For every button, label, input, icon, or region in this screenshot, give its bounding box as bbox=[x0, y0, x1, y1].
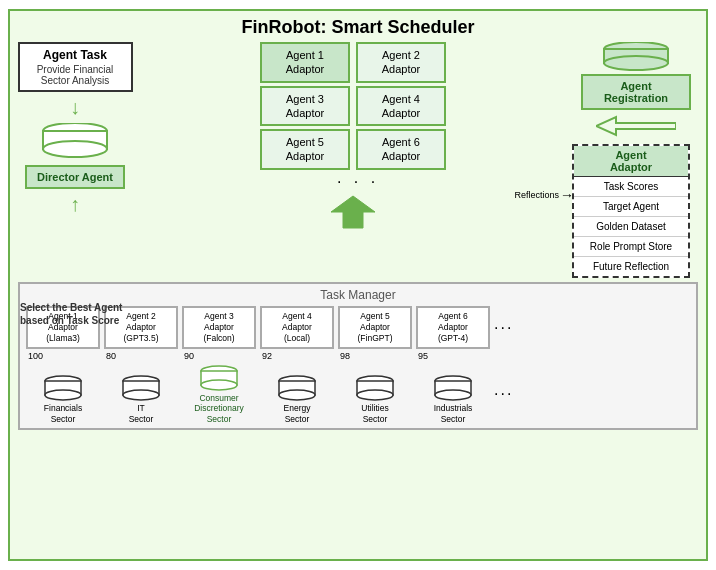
svg-marker-7 bbox=[596, 117, 676, 135]
score-dots bbox=[494, 351, 514, 361]
sector-1: FinancialsSector bbox=[26, 375, 100, 423]
score-1: 100 bbox=[26, 351, 100, 361]
page-title: FinRobot: Smart Scheduler bbox=[10, 11, 706, 42]
sector-5-label: UtilitiesSector bbox=[361, 403, 388, 423]
reflections-area: Reflections → bbox=[514, 187, 574, 203]
sector-2-db-icon bbox=[119, 375, 163, 403]
score-6: 95 bbox=[416, 351, 490, 361]
svg-point-19 bbox=[279, 390, 315, 400]
sector-4-label: EnergySector bbox=[284, 403, 311, 423]
agent-adaptor-title: AgentAdaptor bbox=[574, 146, 688, 177]
sector-2-label: ITSector bbox=[129, 403, 154, 423]
future-reflection-item: Future Reflection bbox=[574, 257, 688, 276]
provide-label: Provide Financial Sector Analysis bbox=[28, 64, 123, 86]
left-arrow-icon bbox=[596, 115, 676, 137]
sector-3: ConsumerDiscretionarySector bbox=[182, 365, 256, 424]
golden-dataset-item: Golden Dataset bbox=[574, 217, 688, 237]
sector-5: UtilitiesSector bbox=[338, 375, 412, 423]
down-arrow-icon: ↓ bbox=[70, 96, 80, 119]
tm-agent-6: Agent 6Adaptor(GPT-4) bbox=[416, 306, 490, 349]
sector-1-label: FinancialsSector bbox=[44, 403, 82, 423]
reflections-label: Reflections bbox=[514, 190, 559, 200]
svg-point-16 bbox=[201, 380, 237, 390]
score-2: 80 bbox=[104, 351, 178, 361]
sector-4: EnergySector bbox=[260, 375, 334, 423]
svg-point-10 bbox=[45, 390, 81, 400]
task-scores-item: Task Scores bbox=[574, 177, 688, 197]
adaptor-dots: · · · bbox=[327, 173, 379, 191]
adaptor-4: Agent 4Adaptor bbox=[356, 86, 446, 127]
sector-3-label: ConsumerDiscretionarySector bbox=[194, 393, 244, 424]
registration-db-icon bbox=[600, 42, 672, 74]
adaptor-1: Agent 1Adaptor bbox=[260, 42, 350, 83]
sector-6-db-icon bbox=[431, 375, 475, 403]
director-db-icon bbox=[39, 123, 111, 159]
director-agent-box: Director Agent bbox=[25, 165, 125, 189]
target-agent-item: Target Agent bbox=[574, 197, 688, 217]
sector-1-db-icon bbox=[41, 375, 85, 403]
svg-point-22 bbox=[357, 390, 393, 400]
tm-agent-5: Agent 5Adaptor(FinGPT) bbox=[338, 306, 412, 349]
agent-adaptor-box: AgentAdaptor Task Scores Target Agent Go… bbox=[572, 144, 690, 278]
adaptor-3: Agent 3Adaptor bbox=[260, 86, 350, 127]
adaptor-6: Agent 6Adaptor bbox=[356, 129, 446, 170]
adaptor-5: Agent 5Adaptor bbox=[260, 129, 350, 170]
up-arrow-icon: ↑ bbox=[70, 193, 80, 216]
sector-3-db-icon bbox=[197, 365, 241, 393]
svg-point-6 bbox=[604, 56, 668, 70]
svg-point-13 bbox=[123, 390, 159, 400]
sector-dots: ··· bbox=[494, 385, 513, 403]
score-5: 98 bbox=[338, 351, 412, 361]
select-best-label: Select the Best Agentbased on Task Score bbox=[20, 301, 130, 327]
agent-task-label: Agent Task bbox=[28, 48, 123, 62]
big-up-arrow-icon bbox=[325, 194, 381, 230]
sector-4-db-icon bbox=[275, 375, 319, 403]
right-arrow-small-icon: → bbox=[560, 187, 574, 203]
role-prompt-store-item: Role Prompt Store bbox=[574, 237, 688, 257]
tm-agent-3: Agent 3Adaptor(Falcon) bbox=[182, 306, 256, 349]
score-3: 90 bbox=[182, 351, 256, 361]
adaptor-2: Agent 2Adaptor bbox=[356, 42, 446, 83]
agent-registration-label: AgentRegistration bbox=[581, 74, 691, 110]
sector-5-db-icon bbox=[353, 375, 397, 403]
agent-task-box: Agent Task Provide Financial Sector Anal… bbox=[18, 42, 133, 92]
task-manager-title: Task Manager bbox=[26, 288, 690, 302]
sector-2: ITSector bbox=[104, 375, 178, 423]
svg-point-25 bbox=[435, 390, 471, 400]
tm-dots: ··· bbox=[494, 319, 513, 337]
sector-6-label: IndustrialsSector bbox=[434, 403, 473, 423]
tm-agent-4: Agent 4Adaptor(Local) bbox=[260, 306, 334, 349]
score-4: 92 bbox=[260, 351, 334, 361]
svg-point-2 bbox=[43, 141, 107, 157]
svg-marker-3 bbox=[331, 196, 375, 228]
main-container: FinRobot: Smart Scheduler Agent Task Pro… bbox=[8, 9, 708, 561]
sector-6: IndustrialsSector bbox=[416, 375, 490, 423]
